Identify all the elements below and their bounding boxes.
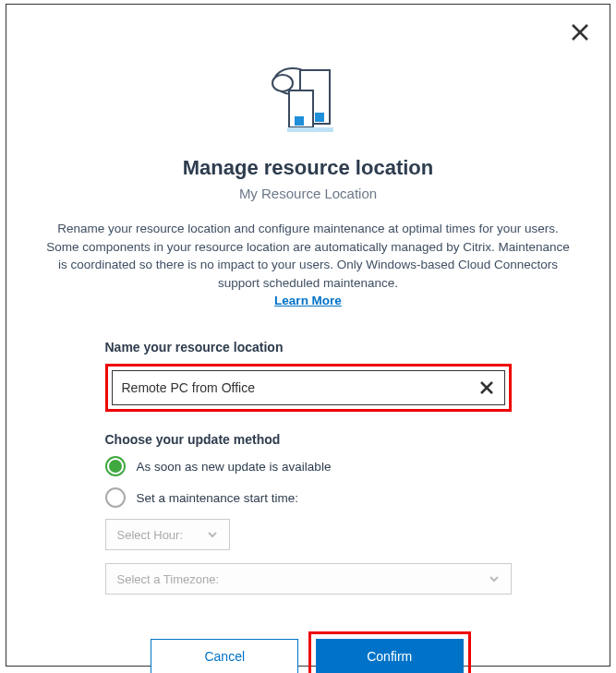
svg-point-3 (272, 75, 293, 91)
dialog-description: Rename your resource location and config… (39, 220, 577, 292)
update-method-label: Choose your update method (105, 432, 512, 447)
dialog-hero: Manage resource location My Resource Loc… (39, 55, 577, 201)
manage-resource-location-dialog: Manage resource location My Resource Loc… (6, 4, 610, 667)
learn-more-link[interactable]: Learn More (39, 294, 577, 307)
close-icon (478, 379, 495, 396)
chevron-down-icon (489, 573, 500, 584)
radio-label: Set a maintenance start time: (137, 491, 299, 505)
svg-rect-8 (287, 127, 333, 132)
radio-option-scheduled[interactable]: Set a maintenance start time: (105, 487, 512, 508)
confirm-button-highlight: Confirm (308, 631, 471, 673)
resource-name-input[interactable] (122, 380, 478, 395)
svg-rect-7 (315, 113, 324, 122)
radio-icon (105, 456, 126, 476)
svg-rect-6 (295, 116, 304, 126)
name-input-wrap[interactable] (112, 370, 505, 405)
radio-label: As soon as new update is available (137, 460, 332, 474)
dialog-subtitle: My Resource Location (39, 186, 577, 201)
dialog-button-row: Cancel Confirm (105, 631, 512, 673)
name-field-label: Name your resource location (105, 340, 512, 355)
form-area: Name your resource location Choose your … (105, 340, 512, 673)
clear-input-button[interactable] (478, 379, 495, 396)
select-hour-dropdown[interactable]: Select Hour: (105, 519, 230, 550)
radio-icon (105, 487, 126, 508)
name-input-highlight (105, 364, 512, 412)
cancel-button[interactable]: Cancel (151, 639, 298, 673)
dialog-title: Manage resource location (39, 156, 577, 180)
select-placeholder: Select Hour: (117, 528, 184, 542)
close-icon (569, 21, 591, 43)
close-button[interactable] (569, 21, 591, 43)
radio-option-asap[interactable]: As soon as new update is available (105, 456, 512, 476)
resource-location-icon (267, 55, 350, 138)
chevron-down-icon (207, 529, 218, 540)
select-timezone-dropdown[interactable]: Select a Timezone: (105, 563, 512, 595)
confirm-button[interactable]: Confirm (316, 639, 464, 673)
select-placeholder: Select a Timezone: (117, 572, 220, 586)
